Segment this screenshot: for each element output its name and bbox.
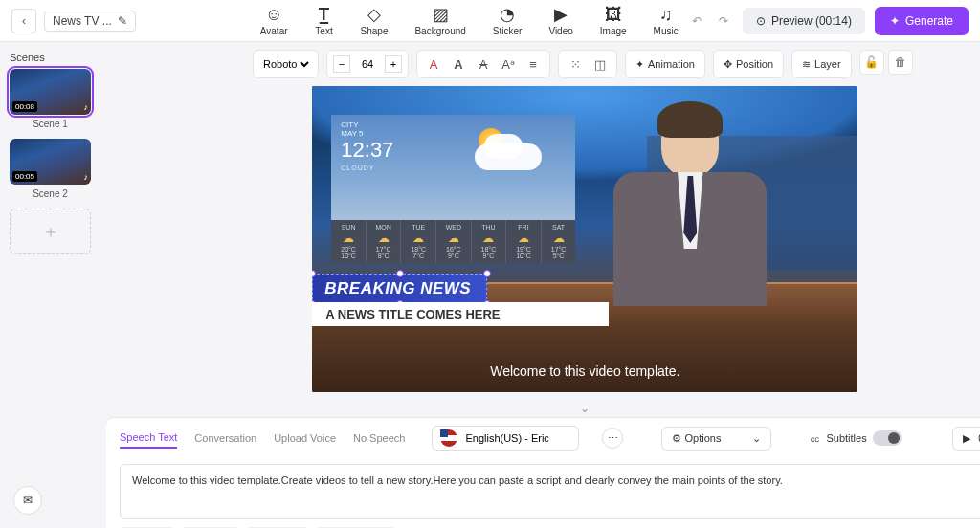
forecast-day: WED☁16°C9°C [436, 220, 472, 263]
add-scene-button[interactable]: ＋ [10, 209, 91, 254]
scene-1-label: Scene 1 [10, 119, 91, 129]
breaking-news-banner[interactable]: BREAKING NEWS [312, 274, 487, 304]
strike-button[interactable]: A [473, 54, 494, 75]
tool-video[interactable]: ▶Video [548, 5, 572, 36]
tab-speech-text[interactable]: Speech Text [120, 428, 177, 449]
layer-icon: ≋ [802, 58, 811, 71]
resize-handle[interactable] [483, 270, 491, 277]
resize-handle[interactable] [312, 270, 316, 277]
weather-date: MAY 5 [341, 129, 363, 138]
scene-2-time: 00:05 [12, 171, 37, 182]
shape-icon: ◇ [365, 5, 384, 24]
news-anchor-avatar[interactable] [609, 107, 771, 303]
options-select[interactable]: ⚙ Options ⌄ [661, 427, 771, 451]
letter-case-button[interactable]: Aᵃ [498, 54, 519, 75]
tab-upload-voice[interactable]: Upload Voice [274, 429, 336, 448]
music-icon: ♫ [657, 5, 676, 24]
music-icon: ♪ [84, 172, 89, 182]
image-icon: 🖼 [604, 5, 623, 24]
position-button[interactable]: ✥Position [713, 50, 784, 78]
project-title-text: News TV ... [53, 14, 112, 28]
subtitles-label: Subtitles [826, 432, 866, 444]
speech-textarea[interactable]: Welcome to this video template.Create vi… [120, 464, 980, 519]
resize-handle[interactable] [396, 270, 404, 277]
play-icon: ⊙ [756, 14, 766, 28]
tool-image[interactable]: 🖼Image [600, 5, 627, 36]
playback-time: ▶ 00:00 / 00:08 [952, 427, 980, 451]
layer-button[interactable]: ≋Layer [791, 50, 852, 78]
forecast-day: MON☁17°C8°C [367, 220, 402, 263]
weather-loc: CITY [341, 121, 358, 129]
opacity-button[interactable]: ⁙ [565, 54, 586, 75]
tool-music[interactable]: ♫Music [654, 5, 679, 36]
redo-button[interactable]: ↷ [714, 11, 733, 31]
project-title[interactable]: News TV ... ✎ [44, 11, 136, 32]
speech-panel: Speech Text Conversation Upload Voice No… [106, 417, 980, 528]
font-size-increase[interactable]: + [385, 55, 402, 73]
animation-button[interactable]: ✦Animation [625, 50, 705, 78]
gear-icon: ⚙ [672, 432, 681, 444]
collapse-panel-button[interactable]: ⌄ [100, 400, 980, 417]
edit-toolbar: Roboto − + A A A Aᵃ ≡ ⁙ ◫ ✦Animation ✥Po… [239, 42, 980, 86]
help-button[interactable]: ✉ [13, 486, 42, 515]
bold-button[interactable]: A [448, 54, 469, 75]
video-icon: ▶ [551, 5, 570, 24]
forecast-day: TUE☁18°C7°C [401, 220, 436, 263]
voice-selector[interactable] [432, 426, 579, 451]
tab-no-speech[interactable]: No Speech [353, 429, 405, 448]
forecast-day: SUN☁20°C10°C [331, 220, 367, 263]
forecast-day: SAT☁17°C5°C [542, 220, 576, 263]
voice-name[interactable] [465, 432, 570, 444]
sticker-icon: ◔ [498, 5, 517, 24]
music-icon: ♪ [84, 102, 89, 112]
font-size-input[interactable] [354, 58, 381, 70]
cc-icon: ㏄ [810, 431, 820, 446]
pencil-icon[interactable]: ✎ [118, 14, 127, 28]
generate-button[interactable]: ✦Generate [875, 7, 969, 35]
scene-thumb-2[interactable]: 00:05 ♪ [10, 139, 91, 185]
subtitles-toggle[interactable] [873, 430, 902, 446]
mask-button[interactable]: ◫ [590, 54, 611, 75]
forecast-row: SUN☁20°C10°CMON☁17°C8°CTUE☁18°C7°CWED☁16… [331, 220, 575, 263]
lock-button[interactable]: 🔓 [859, 50, 884, 75]
animation-icon: ✦ [635, 58, 644, 71]
scene-thumb-1[interactable]: 00:08 ♪ [10, 69, 91, 115]
align-button[interactable]: ≡ [523, 54, 544, 75]
scenes-heading: Scenes [10, 52, 91, 63]
flag-icon [440, 429, 457, 447]
font-family-select[interactable]: Roboto [259, 57, 312, 71]
main-toolbar: ☺Avatar T̲Text ◇Shape ▨Background ◔Stick… [260, 5, 679, 36]
forecast-day: FRI☁19°C10°C [506, 220, 542, 263]
voice-more-button[interactable]: ⋯ [602, 428, 623, 449]
tool-background[interactable]: ▨Background [414, 5, 465, 36]
scenes-sidebar: Scenes 00:08 ♪ Scene 1 00:05 ♪ Scene 2 ＋ [0, 42, 100, 528]
preview-button[interactable]: ⊙Preview (00:14) [743, 8, 865, 34]
font-color-button[interactable]: A [423, 54, 444, 75]
scene-1-time: 00:08 [12, 101, 37, 112]
cloud-icon [484, 134, 523, 159]
sparkle-icon: ✦ [890, 14, 900, 28]
subtitle-text: Welcome to this video template. [312, 363, 858, 379]
play-icon[interactable]: ▶ [963, 432, 970, 445]
text-icon: T̲ [315, 5, 334, 24]
forecast-day: THU☁18°C9°C [472, 220, 507, 263]
font-size-decrease[interactable]: − [333, 55, 350, 73]
position-icon: ✥ [724, 58, 732, 71]
back-button[interactable]: ‹ [11, 9, 36, 33]
tool-avatar[interactable]: ☺Avatar [260, 5, 288, 36]
undo-button[interactable]: ↶ [687, 11, 706, 31]
tool-sticker[interactable]: ◔Sticker [493, 5, 523, 36]
background-icon: ▨ [431, 5, 450, 24]
tool-shape[interactable]: ◇Shape [361, 5, 389, 36]
scene-2-label: Scene 2 [10, 188, 91, 199]
canvas-stage[interactable]: CITYMAY 5 12:37 CLOUDY SUN☁20°C10°CMON☁1… [312, 86, 858, 392]
chevron-down-icon: ⌄ [752, 432, 761, 445]
tab-conversation[interactable]: Conversation [194, 429, 256, 448]
weather-panel[interactable]: CITYMAY 5 12:37 CLOUDY SUN☁20°C10°CMON☁1… [331, 115, 575, 263]
tool-text[interactable]: T̲Text [315, 5, 334, 36]
avatar-icon: ☺ [264, 5, 283, 24]
delete-button[interactable]: 🗑 [888, 50, 913, 75]
news-title-text[interactable]: A NEWS TITLE COMES HERE [312, 302, 609, 326]
